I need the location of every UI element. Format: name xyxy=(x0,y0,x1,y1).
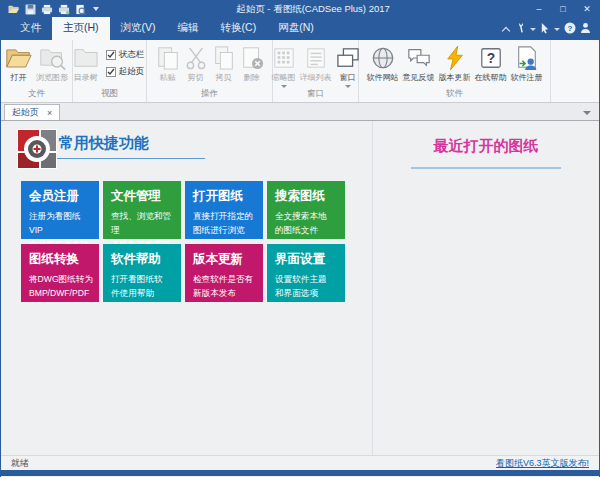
tools-icon[interactable] xyxy=(515,22,526,36)
tile-member-register[interactable]: 会员注册 注册为看图纸VIP会员拥有更多功能 xyxy=(21,181,99,239)
view-checkboxes: 状态栏 起始页 xyxy=(101,44,149,78)
window-menu-label: 窗口 xyxy=(340,72,356,83)
directory-tree-icon xyxy=(73,44,99,72)
online-help-button[interactable]: ? 在线帮助 xyxy=(473,44,509,83)
tile-desc: 直接打开指定的图纸进行浏览 xyxy=(193,210,258,238)
ribbon-group-operations-label: 操作 xyxy=(147,88,272,102)
browse-graphics-button[interactable]: 浏览图形 xyxy=(34,44,70,83)
feedback-label: 意见反馈 xyxy=(403,72,435,83)
browse-graphics-label: 浏览图形 xyxy=(36,72,68,83)
window-controls: – □ ✕ xyxy=(527,0,599,18)
tab-close-icon[interactable]: × xyxy=(47,108,52,118)
tab-start-page[interactable]: 起始页 × xyxy=(4,104,60,120)
statusbar-checkbox[interactable]: 状态栏 xyxy=(106,49,145,61)
close-button[interactable]: ✕ xyxy=(575,0,599,18)
svg-text:?: ? xyxy=(486,50,494,66)
register-person-icon xyxy=(515,44,539,72)
cut-scissors-icon xyxy=(184,44,208,72)
tile-ui-settings[interactable]: 界面设置 设置软件主题和界面选项 xyxy=(267,244,345,302)
software-website-button[interactable]: 软件网站 xyxy=(365,44,401,83)
tile-title: 版本更新 xyxy=(193,251,258,268)
windows-icon xyxy=(336,44,360,72)
tab-list-dropdown-icon[interactable] xyxy=(583,111,591,115)
quick-access-toolbar xyxy=(1,4,99,15)
tile-desc: 将DWG图纸转为BMP/DWF/PDF xyxy=(29,273,94,301)
print-preview-icon[interactable] xyxy=(75,4,86,15)
minimize-button[interactable]: – xyxy=(527,0,551,18)
help-icon[interactable]: ? xyxy=(564,22,576,36)
menu-tab-convert[interactable]: 转换(C) xyxy=(210,17,268,40)
menu-tab-view[interactable]: 浏览(V) xyxy=(110,17,167,40)
menu-tab-file[interactable]: 文件 xyxy=(9,17,52,40)
window-menu-button[interactable]: 窗口 xyxy=(334,44,362,88)
version-update-button[interactable]: 版本更新 xyxy=(437,44,473,83)
tile-desc: 打开看图纸软件使用帮助 xyxy=(111,273,176,301)
directory-tree-button[interactable]: 目录树 xyxy=(71,44,101,83)
tile-open-drawing[interactable]: 打开图纸 直接打开指定的图纸进行浏览 xyxy=(185,181,263,239)
thumbnail-view-button[interactable]: 缩略图 xyxy=(270,44,298,88)
checkbox-checked-icon xyxy=(106,50,116,60)
recent-drawings-header: 最近打开的图纸 xyxy=(434,137,539,156)
globe-icon xyxy=(371,44,395,72)
cut-button[interactable]: 剪切 xyxy=(182,44,210,83)
menu-tab-home[interactable]: 主页(H) xyxy=(52,17,110,40)
maximize-button[interactable]: □ xyxy=(551,0,575,18)
pointer-icon[interactable] xyxy=(540,22,550,36)
tile-file-manage[interactable]: 文件管理 查找、浏览和管理本机所有的图纸 xyxy=(103,181,181,239)
menu-tab-edit[interactable]: 编辑 xyxy=(167,17,210,40)
thumbnail-view-label: 缩略图 xyxy=(272,72,296,83)
browse-graphics-icon xyxy=(39,44,66,72)
pointer-dropdown-icon[interactable] xyxy=(554,28,560,31)
open-folder-icon xyxy=(5,44,32,72)
ribbon-group-window-label: 窗口 xyxy=(273,88,358,102)
ribbon-group-view-label: 视图 xyxy=(73,88,146,102)
delete-button[interactable]: 删除 xyxy=(238,44,266,83)
tile-title: 打开图纸 xyxy=(193,188,258,205)
ribbon-tabs: 文件 主页(H) 浏览(V) 编辑 转换(C) 网盘(N) xyxy=(1,17,325,40)
tile-title: 界面设置 xyxy=(275,251,340,268)
startpage-checkbox-label: 起始页 xyxy=(119,66,145,78)
tile-title: 软件帮助 xyxy=(111,251,176,268)
paste-button[interactable]: 粘贴 xyxy=(154,44,182,83)
ribbon-group-software-label: 软件 xyxy=(359,88,550,102)
feedback-bubbles-icon xyxy=(406,44,432,72)
recent-drawings-underline xyxy=(411,167,561,169)
software-website-label: 软件网站 xyxy=(367,72,399,83)
save-icon[interactable] xyxy=(25,4,36,15)
tile-title: 图纸转换 xyxy=(29,251,94,268)
start-page-content: 常用快捷功能 会员注册 注册为看图纸VIP会员拥有更多功能 文件管理 查找、浏览… xyxy=(1,121,599,455)
shortcuts-header: 常用快捷功能 xyxy=(59,134,149,153)
version-update-label: 版本更新 xyxy=(439,72,471,83)
document-tabbar: 起始页 × xyxy=(1,103,599,121)
shortcuts-header-underline xyxy=(57,158,205,159)
svg-text:?: ? xyxy=(568,24,573,33)
detail-list-button[interactable]: 详细列表 xyxy=(298,44,334,83)
ribbon-group-software: 软件网站 意见反馈 版本更新 ? xyxy=(359,40,551,102)
shortcut-tiles: 会员注册 注册为看图纸VIP会员拥有更多功能 文件管理 查找、浏览和管理本机所有… xyxy=(21,181,345,302)
tools-dropdown-icon[interactable] xyxy=(530,28,536,31)
tile-desc: 全文搜索本地的图纸文件 xyxy=(275,210,340,238)
user-account-icon[interactable] xyxy=(580,22,591,36)
version-announcement-link[interactable]: 看图纸V6.3英文版发布! xyxy=(496,457,589,470)
tile-desc: 检查软件是否有新版本发布 xyxy=(193,273,258,301)
checkbox-checked-icon xyxy=(106,67,116,77)
ribbon-group-file-label: 文件 xyxy=(1,88,72,102)
copy-button[interactable]: 拷贝 xyxy=(210,44,238,83)
copy-label: 拷贝 xyxy=(216,72,232,83)
detail-list-label: 详细列表 xyxy=(300,72,332,83)
tile-title: 搜索图纸 xyxy=(275,188,340,205)
menu-tab-netdisk[interactable]: 网盘(N) xyxy=(267,17,325,40)
collapse-ribbon-icon[interactable] xyxy=(503,27,511,32)
open-file-icon[interactable] xyxy=(8,4,20,15)
ribbon: 打开 浏览图形 文件 目录树 xyxy=(1,40,599,103)
print-icon[interactable] xyxy=(41,4,53,15)
software-register-button[interactable]: 软件注册 xyxy=(509,44,545,83)
tile-version-update[interactable]: 版本更新 检查软件是否有新版本发布 xyxy=(185,244,263,302)
startpage-checkbox[interactable]: 起始页 xyxy=(106,66,145,78)
tile-drawing-convert[interactable]: 图纸转换 将DWG图纸转为BMP/DWF/PDF xyxy=(21,244,99,302)
quick-print-icon[interactable] xyxy=(58,4,70,15)
feedback-button[interactable]: 意见反馈 xyxy=(401,44,437,83)
tile-search-drawing[interactable]: 搜索图纸 全文搜索本地的图纸文件 xyxy=(267,181,345,239)
open-button[interactable]: 打开 xyxy=(3,44,34,83)
tile-software-help[interactable]: 软件帮助 打开看图纸软件使用帮助 xyxy=(103,244,181,302)
